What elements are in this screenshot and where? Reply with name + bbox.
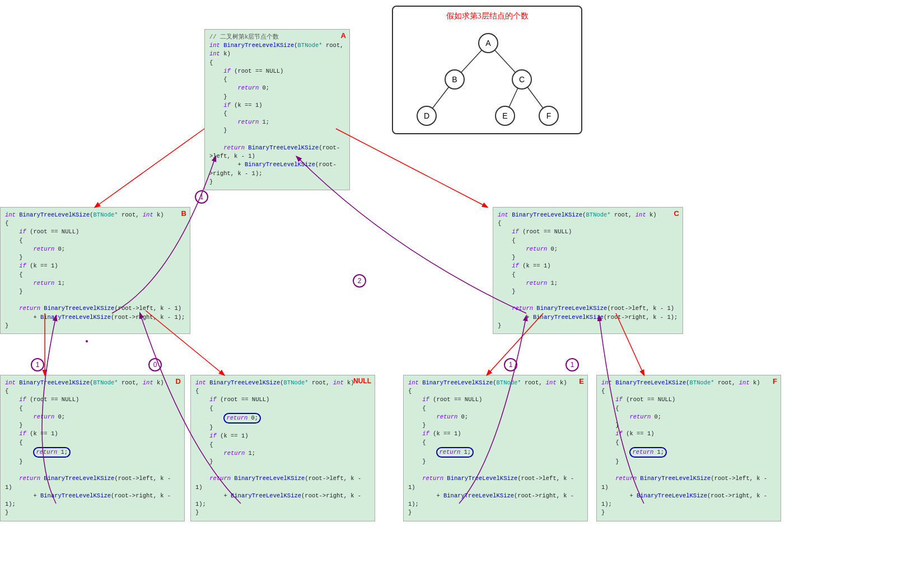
code-f-line7: if (k == 1) [601, 430, 776, 438]
code-b-line12: return BinaryTreeLevelKSize(root->left, … [5, 304, 185, 313]
code-e-line12: return BinaryTreeLevelKSize(root->left, … [408, 474, 583, 491]
code-line13: + BinaryTreeLevelKSize(root->right, k - … [209, 161, 345, 177]
code-line1: int BinaryTreeLevelKSize(BTNode* root, i… [209, 41, 345, 58]
code-c-line13: + BinaryTreeLevelKSize(root->right, k - … [498, 313, 678, 322]
code-e-line9: return 1; [408, 447, 583, 458]
code-b-line1: int BinaryTreeLevelKSize(BTNode* root, i… [5, 211, 185, 219]
tree-node-E: E [495, 106, 515, 126]
code-b-line4: { [5, 237, 185, 245]
code-c-line14: } [498, 322, 678, 330]
code-d-line9: return 1; [5, 447, 180, 458]
code-line5: return 0; [209, 84, 345, 92]
circle-label-1-CE: 1 [504, 358, 517, 371]
code-d-line1: int BinaryTreeLevelKSize(BTNode* root, i… [5, 379, 180, 387]
label-F: F [773, 377, 777, 387]
circle-label-1-CF: 1 [566, 358, 579, 371]
code-f-line1: int BinaryTreeLevelKSize(BTNode* root, i… [601, 379, 776, 387]
code-c-line3: if (root == NULL) [498, 228, 678, 236]
circle-label-1-BD: 1 [31, 358, 44, 371]
code-b-line8: { [5, 271, 185, 279]
tree-diagram: 假如求第3层结点的个数 A B C D E F [392, 6, 582, 134]
code-d-line12: return BinaryTreeLevelKSize(root->left, … [5, 474, 180, 491]
code-box-NULL: NULL int BinaryTreeLevelKSize(BTNode* ro… [190, 375, 375, 521]
tree-node-A: A [478, 33, 498, 53]
code-line2: { [209, 59, 345, 67]
code-b-line5: return 0; [5, 245, 185, 253]
code-e-line11 [408, 466, 583, 474]
code-null-line2: { [195, 387, 370, 396]
code-f-line11 [601, 466, 776, 474]
label-B: B [181, 209, 186, 219]
code-b-line14: } [5, 322, 185, 330]
code-f-line5: return 0; [601, 413, 776, 421]
code-line8: { [209, 110, 345, 118]
code-c-line11 [498, 296, 678, 304]
code-line4: { [209, 76, 345, 84]
code-e-line5: return 0; [408, 413, 583, 421]
code-d-line13: + BinaryTreeLevelKSize(root->right, k - … [5, 492, 180, 509]
code-d-line8: { [5, 439, 180, 447]
code-c-line6: } [498, 253, 678, 262]
code-c-line7: if (k == 1) [498, 262, 678, 270]
code-b-line11 [5, 296, 185, 304]
code-null-line4: { [195, 404, 370, 413]
code-d-line2: { [5, 387, 180, 396]
code-d-line6: } [5, 421, 180, 430]
tree-node-F: F [539, 106, 559, 126]
code-line14: } [209, 178, 345, 186]
code-null-line14: } [195, 509, 370, 517]
tree-node-C: C [512, 69, 532, 90]
label-A: A [341, 31, 346, 41]
code-d-line5: return 0; [5, 413, 180, 421]
code-null-line7: if (k == 1) [195, 432, 370, 440]
code-e-line3: if (root == NULL) [408, 396, 583, 404]
code-c-line10: } [498, 288, 678, 296]
code-c-line4: { [498, 237, 678, 245]
circle-label-2-AC: 2 [353, 274, 366, 288]
code-f-line9: return 1; [601, 447, 776, 458]
code-comment: // 二叉树第k层节点个数 [209, 33, 345, 41]
code-null-line5: return 0; [195, 413, 370, 424]
circle-label-0-BNULL: 0 [148, 358, 162, 371]
code-null-line9: return 1; [195, 449, 370, 458]
code-c-line12: return BinaryTreeLevelKSize(root->left, … [498, 304, 678, 313]
code-box-A: A // 二叉树第k层节点个数 int BinaryTreeLevelKSize… [204, 29, 350, 190]
code-f-line8: { [601, 439, 776, 447]
label-E: E [579, 377, 584, 387]
code-d-line7: if (k == 1) [5, 430, 180, 438]
code-f-line6: } [601, 421, 776, 430]
code-box-C: C int BinaryTreeLevelKSize(BTNode* root,… [493, 207, 683, 334]
code-line7: if (k == 1) [209, 101, 345, 110]
code-box-F: F int BinaryTreeLevelKSize(BTNode* root,… [596, 375, 781, 521]
label-D: D [176, 377, 181, 387]
code-e-line13: + BinaryTreeLevelKSize(root->right, k - … [408, 492, 583, 509]
code-box-B: B int BinaryTreeLevelKSize(BTNode* root,… [0, 207, 190, 334]
code-b-line9: return 1; [5, 279, 185, 288]
code-null-line8: { [195, 441, 370, 449]
code-d-line10: } [5, 458, 180, 466]
code-d-line11 [5, 466, 180, 474]
code-null-line13: + BinaryTreeLevelKSize(root->right, k - … [195, 492, 370, 509]
code-e-line8: { [408, 439, 583, 447]
code-null-line1: int BinaryTreeLevelKSize(BTNode* root, i… [195, 379, 370, 387]
code-e-line10: } [408, 458, 583, 466]
code-f-line13: + BinaryTreeLevelKSize(root->right, k - … [601, 492, 776, 509]
code-c-line9: return 1; [498, 279, 678, 288]
tree-node-D: D [417, 106, 437, 126]
code-b-line10: } [5, 288, 185, 296]
code-line9: return 1; [209, 118, 345, 126]
code-c-line8: { [498, 271, 678, 279]
label-NULL: NULL [353, 377, 371, 386]
circle-label-1-AB: 1 [195, 190, 208, 204]
code-e-line7: if (k == 1) [408, 430, 583, 438]
code-e-line1: int BinaryTreeLevelKSize(BTNode* root, i… [408, 379, 583, 387]
code-c-line5: return 0; [498, 245, 678, 253]
code-null-line6: } [195, 424, 370, 432]
code-null-line12: return BinaryTreeLevelKSize(root->left, … [195, 474, 370, 491]
code-f-line12: return BinaryTreeLevelKSize(root->left, … [601, 474, 776, 491]
code-line3: if (root == NULL) [209, 67, 345, 76]
code-f-line14: } [601, 509, 776, 517]
code-f-line3: if (root == NULL) [601, 396, 776, 404]
code-f-line10: } [601, 458, 776, 466]
code-line11 [209, 135, 345, 144]
